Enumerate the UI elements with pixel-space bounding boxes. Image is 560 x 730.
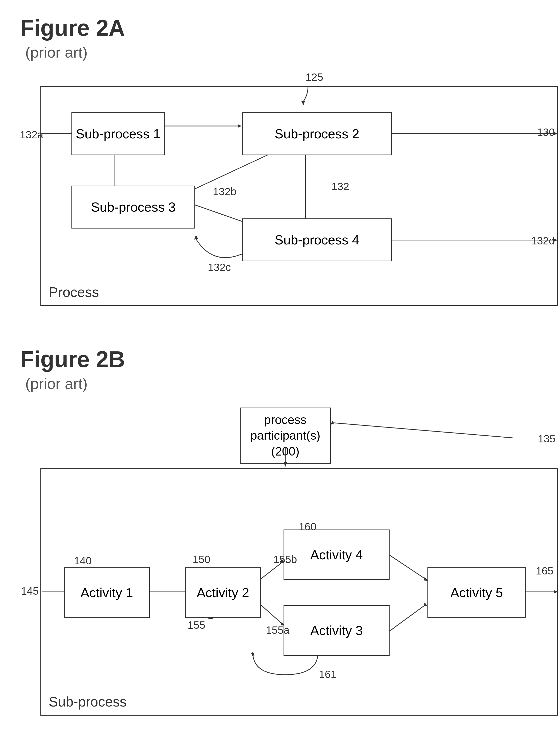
page-container: Figure 2A (prior art) 125 bbox=[0, 0, 560, 730]
fig2b-title: Figure 2B bbox=[20, 346, 540, 372]
svg-marker-19 bbox=[284, 462, 287, 467]
fig2a-diagram: Sub-process 1 Sub-process 2 Sub-process … bbox=[40, 86, 558, 306]
ref-150: 150 bbox=[193, 553, 210, 566]
svg-line-8 bbox=[193, 155, 268, 190]
activity-2-box: Activity 2 bbox=[185, 567, 261, 618]
svg-line-27 bbox=[260, 605, 283, 625]
figure-2a-section: Figure 2A (prior art) 125 bbox=[20, 15, 540, 306]
svg-marker-17 bbox=[301, 101, 305, 105]
fig2a-title: Figure 2A bbox=[20, 15, 540, 41]
ref-132a: 132a bbox=[20, 129, 43, 141]
svg-marker-33 bbox=[251, 653, 254, 657]
ref-132: 132 bbox=[332, 181, 349, 193]
ref-165: 165 bbox=[536, 565, 553, 577]
ref-160: 160 bbox=[299, 521, 316, 533]
activity-1-box: Activity 1 bbox=[64, 567, 150, 618]
ref-132b: 132b bbox=[213, 186, 236, 198]
svg-marker-20 bbox=[330, 421, 334, 425]
ref-155: 155 bbox=[188, 619, 205, 631]
fig2b-diagram-label: Sub-process bbox=[49, 694, 127, 710]
ref-125: 125 bbox=[306, 71, 323, 83]
subprocess-2-box: Sub-process 2 bbox=[242, 112, 392, 155]
activity-3-box: Activity 3 bbox=[284, 605, 390, 656]
activity-4-box: Activity 4 bbox=[284, 530, 390, 580]
svg-line-29 bbox=[388, 554, 426, 579]
subprocess-4-box: Sub-process 4 bbox=[242, 218, 392, 261]
svg-marker-3 bbox=[238, 124, 242, 128]
ref-130: 130 bbox=[537, 126, 555, 138]
activity-5-box: Activity 5 bbox=[427, 567, 526, 618]
ref-161: 161 bbox=[319, 668, 337, 681]
svg-marker-14 bbox=[194, 235, 198, 240]
svg-line-10 bbox=[195, 205, 245, 223]
fig2a-diagram-label: Process bbox=[49, 284, 99, 300]
svg-marker-35 bbox=[554, 590, 557, 594]
ref-145: 145 bbox=[21, 585, 39, 597]
ref-155a: 155a bbox=[266, 624, 289, 636]
fig2a-subtitle: (prior art) bbox=[25, 44, 540, 61]
svg-line-31 bbox=[388, 605, 426, 632]
ref-155b: 155b bbox=[273, 553, 297, 566]
subprocess-1-box: Sub-process 1 bbox=[71, 112, 165, 155]
figure-2b-section: Figure 2B (prior art) processparticipant… bbox=[20, 346, 540, 716]
ref-140: 140 bbox=[74, 555, 92, 567]
fig2b-subtitle: (prior art) bbox=[25, 375, 540, 392]
subprocess-3-box: Sub-process 3 bbox=[71, 186, 195, 229]
ref-132c: 132c bbox=[208, 261, 231, 273]
fig2b-diagram: Activity 1 Activity 2 Activity 4 Activit… bbox=[40, 468, 558, 716]
ref-132d: 132d bbox=[531, 235, 555, 247]
